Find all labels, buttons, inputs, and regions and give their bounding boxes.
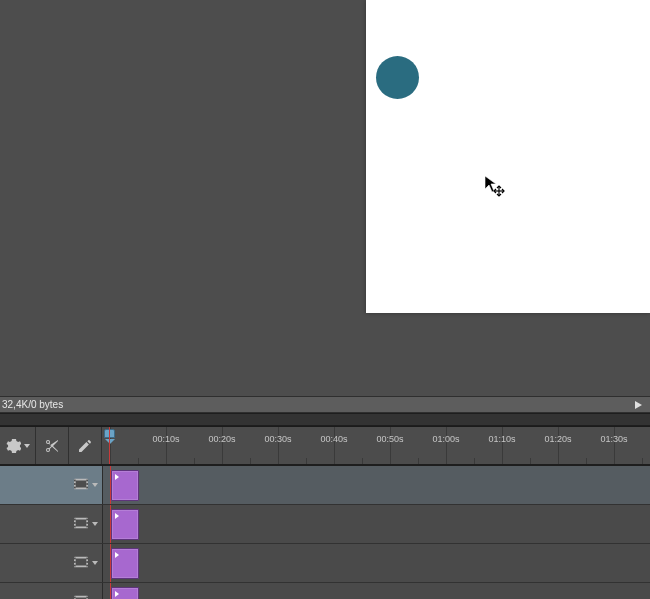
ruler-label: 00:30s xyxy=(264,434,291,444)
status-bar: 32,4K/0 bytes xyxy=(0,396,650,413)
svg-rect-31 xyxy=(86,597,88,599)
ruler-tick-minor xyxy=(418,458,419,464)
ruler-tick xyxy=(222,427,223,464)
playhead-line xyxy=(110,505,111,543)
chevron-down-icon xyxy=(92,522,98,526)
svg-rect-11 xyxy=(76,520,87,527)
svg-rect-23 xyxy=(86,558,88,560)
svg-rect-13 xyxy=(74,522,76,524)
track-row[interactable] xyxy=(0,583,650,599)
ruler-tick-minor xyxy=(474,458,475,464)
clip-expand-icon xyxy=(115,474,119,480)
timeline-edit-button[interactable] xyxy=(69,427,102,464)
svg-rect-6 xyxy=(74,487,76,489)
clip[interactable] xyxy=(111,509,139,540)
track-header[interactable] xyxy=(0,544,103,582)
chevron-right-icon xyxy=(635,401,642,409)
clip-expand-icon xyxy=(115,552,119,558)
ruler-tick xyxy=(502,427,503,464)
svg-rect-21 xyxy=(74,561,76,563)
svg-rect-15 xyxy=(86,519,88,521)
scissors-icon xyxy=(44,438,60,454)
playhead-line xyxy=(110,466,111,504)
clip[interactable] xyxy=(111,470,139,501)
svg-rect-9 xyxy=(86,487,88,489)
timeline-tracks xyxy=(0,465,650,599)
ruler-label: 01:10s xyxy=(488,434,515,444)
status-text: 32,4K/0 bytes xyxy=(0,399,63,410)
ruler-tick-minor xyxy=(642,458,643,464)
ruler-tick-minor xyxy=(586,458,587,464)
svg-rect-7 xyxy=(86,480,88,482)
track-row[interactable] xyxy=(0,505,650,544)
playhead-line xyxy=(110,544,111,582)
svg-rect-4 xyxy=(74,480,76,482)
svg-rect-20 xyxy=(74,558,76,560)
svg-rect-8 xyxy=(86,483,88,485)
time-ruler[interactable]: 00:10s00:20s00:30s00:40s00:50s01:00s01:1… xyxy=(102,427,650,464)
ruler-label: 00:10s xyxy=(152,434,179,444)
ruler-tick-minor xyxy=(306,458,307,464)
gear-icon xyxy=(5,438,21,454)
clip[interactable] xyxy=(111,548,139,579)
svg-rect-12 xyxy=(74,519,76,521)
track-header[interactable] xyxy=(0,505,103,543)
track-lane[interactable] xyxy=(103,544,650,582)
svg-rect-19 xyxy=(76,559,87,566)
track-lane[interactable] xyxy=(103,505,650,543)
track-row[interactable] xyxy=(0,466,650,505)
ruler-label: 00:50s xyxy=(376,434,403,444)
ruler-tick-minor xyxy=(138,458,139,464)
ruler-tick xyxy=(614,427,615,464)
ruler-tick xyxy=(390,427,391,464)
svg-rect-25 xyxy=(86,565,88,567)
track-lane[interactable] xyxy=(103,466,650,504)
ruler-label: 01:00s xyxy=(432,434,459,444)
timeline-cut-button[interactable] xyxy=(36,427,69,464)
track-row[interactable] xyxy=(0,544,650,583)
ruler-label: 00:20s xyxy=(208,434,235,444)
svg-rect-14 xyxy=(74,526,76,528)
ruler-tick xyxy=(334,427,335,464)
chevron-down-icon xyxy=(24,444,30,448)
ruler-tick-minor xyxy=(530,458,531,464)
track-lane[interactable] xyxy=(103,583,650,599)
ruler-tick xyxy=(278,427,279,464)
svg-rect-22 xyxy=(74,565,76,567)
svg-rect-17 xyxy=(86,526,88,528)
ruler-label: 01:20s xyxy=(544,434,571,444)
playhead-line xyxy=(110,583,111,599)
stage-area xyxy=(0,0,650,396)
film-icon xyxy=(74,593,88,599)
film-icon xyxy=(74,554,88,572)
ruler-label: 01:30s xyxy=(600,434,627,444)
svg-rect-5 xyxy=(74,483,76,485)
ruler-tick-minor xyxy=(194,458,195,464)
ruler-tick xyxy=(446,427,447,464)
ruler-tick-minor xyxy=(250,458,251,464)
chevron-down-icon xyxy=(92,483,98,487)
svg-rect-3 xyxy=(76,481,87,488)
clip[interactable] xyxy=(111,587,139,599)
chevron-down-icon xyxy=(92,561,98,565)
ruler-tick-minor xyxy=(362,458,363,464)
canvas[interactable] xyxy=(366,0,650,313)
ruler-label: 00:40s xyxy=(320,434,347,444)
track-header[interactable] xyxy=(0,583,103,599)
clip-expand-icon xyxy=(115,591,119,597)
pencil-icon xyxy=(77,438,93,454)
status-menu-button[interactable] xyxy=(626,397,650,412)
canvas-ball-shape[interactable] xyxy=(376,56,419,99)
panel-gap xyxy=(0,413,650,426)
track-header[interactable] xyxy=(0,466,103,504)
timeline-settings-button[interactable] xyxy=(0,427,36,464)
film-icon xyxy=(74,476,88,494)
timeline-header: 00:10s00:20s00:30s00:40s00:50s01:00s01:1… xyxy=(0,426,650,465)
ruler-tick xyxy=(558,427,559,464)
svg-rect-24 xyxy=(86,561,88,563)
ruler-tick xyxy=(166,427,167,464)
svg-rect-28 xyxy=(74,597,76,599)
clip-expand-icon xyxy=(115,513,119,519)
film-icon xyxy=(74,515,88,533)
svg-rect-16 xyxy=(86,522,88,524)
